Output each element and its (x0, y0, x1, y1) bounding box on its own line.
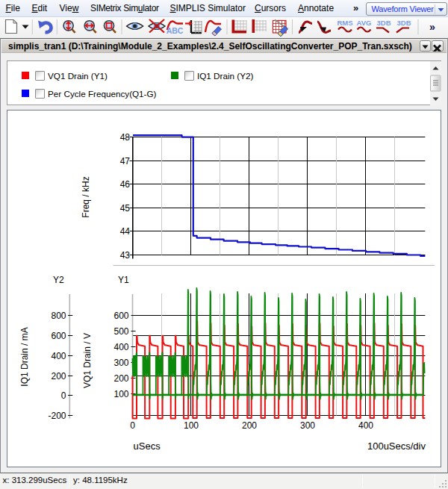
svg-text:ABC: ABC (167, 26, 184, 35)
svg-text:0: 0 (130, 420, 135, 431)
svg-text:46: 46 (120, 179, 131, 190)
svg-text:48: 48 (120, 132, 131, 143)
svg-text:uSecs: uSecs (134, 440, 161, 452)
svg-text:200: 200 (242, 420, 257, 431)
svg-text:44: 44 (120, 226, 131, 237)
svg-text:RMS: RMS (337, 19, 352, 27)
svg-text:43: 43 (120, 250, 131, 261)
svg-text:AVG: AVG (357, 19, 372, 27)
svg-text:Y1: Y1 (118, 275, 129, 285)
svg-text:IQ1 Drain / mA: IQ1 Drain / mA (19, 327, 30, 386)
svg-text:400: 400 (51, 351, 66, 361)
svg-text:100uSecs/div: 100uSecs/div (367, 440, 426, 452)
svg-text:VQ1 Drain / V: VQ1 Drain / V (82, 333, 93, 388)
svg-text:»: » (429, 21, 435, 33)
svg-text:-200: -200 (48, 411, 66, 421)
svg-text:3DB: 3DB (376, 19, 391, 27)
svg-text:200: 200 (113, 373, 128, 384)
svg-text:47: 47 (120, 156, 131, 166)
svg-text:400: 400 (113, 342, 128, 352)
svg-text:800: 800 (51, 311, 66, 321)
svg-text:3DB: 3DB (396, 19, 411, 27)
svg-text:300: 300 (113, 358, 128, 368)
svg-text:200: 200 (51, 371, 66, 381)
svg-text:100: 100 (113, 389, 128, 399)
svg-text:0: 0 (61, 390, 66, 401)
svg-text:100: 100 (184, 420, 199, 431)
svg-text:400: 400 (358, 420, 373, 431)
svg-text:300: 300 (300, 420, 315, 431)
svg-text:500: 500 (113, 326, 128, 337)
svg-text:45: 45 (120, 203, 131, 214)
svg-text:Freq / kHz: Freq / kHz (81, 176, 91, 217)
svg-text:600: 600 (51, 331, 66, 341)
svg-text:Y2: Y2 (53, 275, 64, 285)
svg-text:600: 600 (113, 311, 128, 321)
